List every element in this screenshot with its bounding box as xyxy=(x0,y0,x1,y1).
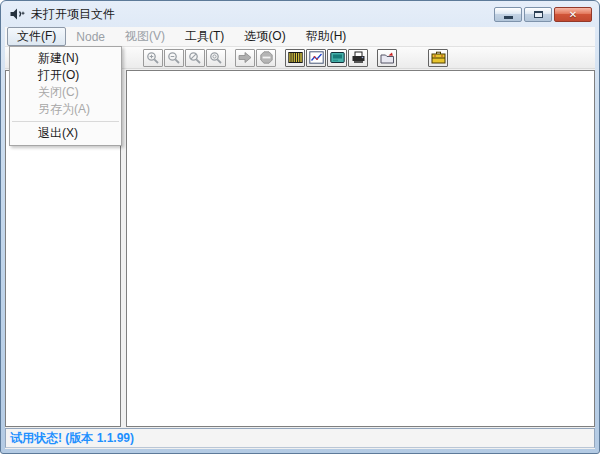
menu-options[interactable]: 选项(O) xyxy=(234,27,295,46)
menu-file[interactable]: 文件(F) xyxy=(7,27,66,46)
toolbox-icon xyxy=(431,51,446,64)
data-grid-button[interactable] xyxy=(285,49,305,67)
trial-status-text: 试用状态! (版本 1.1.99) xyxy=(10,430,134,447)
print-button[interactable] xyxy=(348,49,368,67)
monitor-button[interactable] xyxy=(327,49,347,67)
zoom-in-button xyxy=(143,49,163,67)
maximize-icon xyxy=(534,11,543,18)
app-speaker-icon[interactable] xyxy=(9,7,25,21)
menu-node: Node xyxy=(66,27,115,46)
data-grid-icon xyxy=(288,51,303,64)
close-icon: ✕ xyxy=(569,10,577,20)
run-button xyxy=(235,49,255,67)
run-arrow-icon xyxy=(238,51,252,64)
app-window: 未打开项目文件 ✕ 文件(F) Node 视图(V) 工具(T) 选项(O) 帮… xyxy=(0,0,600,454)
printer-icon xyxy=(351,51,366,64)
toolbox-button[interactable] xyxy=(428,49,448,67)
export-project-button[interactable] xyxy=(377,49,397,67)
zoom-window-icon xyxy=(188,51,202,65)
maximize-button[interactable] xyxy=(524,7,552,22)
menu-view: 视图(V) xyxy=(115,27,175,46)
export-folder-icon xyxy=(380,51,395,64)
zoom-reset-button xyxy=(206,49,226,67)
menu-item-open[interactable]: 打开(O) xyxy=(10,67,121,84)
menu-tools[interactable]: 工具(T) xyxy=(175,27,234,46)
stop-sign-icon xyxy=(260,51,273,64)
zoom-window-button xyxy=(185,49,205,67)
caption-buttons: ✕ xyxy=(494,7,592,22)
menu-help[interactable]: 帮助(H) xyxy=(296,27,357,46)
menubar: 文件(F) Node 视图(V) 工具(T) 选项(O) 帮助(H) xyxy=(5,27,595,47)
status-field: 试用状态! (版本 1.1.99) xyxy=(5,428,595,448)
menu-item-close: 关闭(C) xyxy=(10,84,121,101)
menu-item-save-as: 另存为(A) xyxy=(10,101,121,118)
statusbar: 试用状态! (版本 1.1.99) xyxy=(5,427,595,449)
monitor-icon xyxy=(330,51,345,64)
close-button[interactable]: ✕ xyxy=(554,7,592,22)
window-title: 未打开项目文件 xyxy=(31,6,115,23)
main-canvas xyxy=(126,70,595,427)
menu-separator xyxy=(12,121,119,122)
zoom-in-icon xyxy=(146,51,160,65)
zoom-out-icon xyxy=(167,51,181,65)
zoom-out-button xyxy=(164,49,184,67)
curve-chart-icon xyxy=(309,51,324,64)
file-dropdown-menu: 新建(N) 打开(O) 关闭(C) 另存为(A) 退出(X) xyxy=(9,46,122,146)
minimize-button[interactable] xyxy=(494,7,522,22)
minimize-icon xyxy=(504,16,513,19)
menu-item-exit[interactable]: 退出(X) xyxy=(10,125,121,142)
zoom-reset-icon xyxy=(209,51,223,65)
curve-chart-button[interactable] xyxy=(306,49,326,67)
menu-item-new[interactable]: 新建(N) xyxy=(10,50,121,67)
stop-button xyxy=(256,49,276,67)
